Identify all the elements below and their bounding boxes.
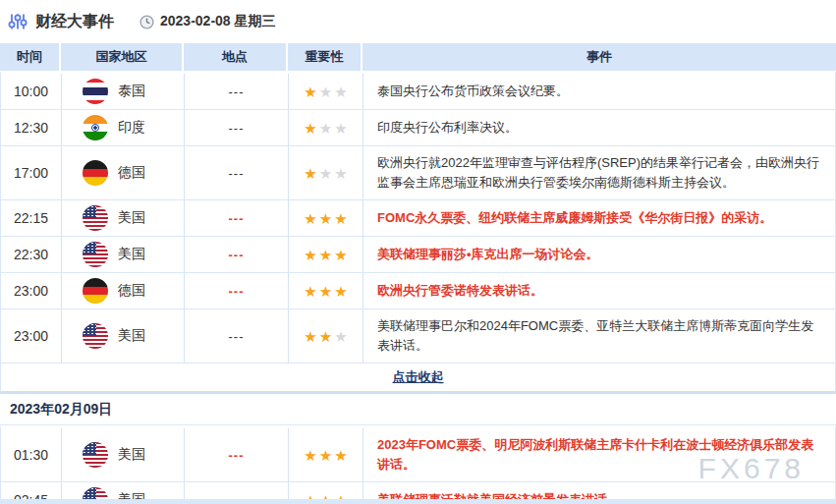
country-name: 德国 — [118, 282, 145, 300]
star-icon: ★ — [304, 329, 316, 344]
star-icon: ★ — [334, 166, 347, 181]
country-cell: 泰国 — [62, 74, 185, 109]
star-icon: ★ — [334, 284, 347, 299]
event-description: 欧洲央行就2022年监理审查与评估程序(SREP)的结果举行记者会，由欧洲央行监… — [363, 146, 835, 199]
star-icon: ★ — [304, 211, 316, 226]
current-date-label: 2023-02-08 星期三 — [160, 13, 276, 30]
importance-stars: ★★★ — [289, 273, 363, 308]
usa-flag-icon — [83, 205, 108, 231]
column-header-event: 事件 — [362, 43, 836, 71]
event-time: 17:00 — [1, 146, 62, 199]
usa-flag-icon — [83, 323, 108, 349]
column-header-time: 时间 — [0, 43, 61, 71]
country-name: 德国 — [118, 164, 145, 182]
table-row: 12:30印度---★★★印度央行公布利率决议。 — [1, 110, 835, 146]
star-icon: ★ — [334, 211, 347, 226]
event-time: 01:30 — [1, 428, 62, 481]
star-icon: ★ — [304, 284, 316, 299]
event-description: 印度央行公布利率决议。 — [363, 110, 835, 145]
title-bar: 财经大事件 2023-02-08 星期三 — [0, 0, 836, 43]
column-header-country: 国家地区 — [61, 43, 184, 71]
event-description: 泰国央行公布货币政策会议纪要。 — [363, 74, 835, 109]
country-cell: 美国 — [62, 200, 185, 236]
table-row: 23:00德国---★★★欧洲央行管委诺特发表讲话。 — [1, 273, 835, 309]
star-icon: ★ — [304, 166, 316, 181]
star-icon: ★ — [334, 329, 347, 344]
star-icon: ★ — [319, 284, 332, 299]
event-location: --- — [185, 309, 289, 363]
country-name: 美国 — [118, 246, 145, 263]
star-icon: ★ — [304, 448, 316, 463]
event-time: 22:30 — [1, 237, 62, 272]
event-location: --- — [185, 110, 289, 145]
next-section-edge — [0, 499, 836, 504]
star-icon: ★ — [304, 248, 316, 262]
table-row: 01:30美国---★★★2023年FOMC票委、明尼阿波利斯联储主席卡什卡利在… — [1, 428, 835, 482]
event-rows-day2: 01:30美国---★★★2023年FOMC票委、明尼阿波利斯联储主席卡什卡利在… — [0, 425, 836, 504]
star-icon: ★ — [304, 84, 316, 99]
country-cell: 美国 — [62, 428, 185, 481]
importance-stars: ★★★ — [289, 428, 363, 481]
star-icon: ★ — [334, 448, 347, 463]
sliders-icon — [8, 12, 28, 31]
importance-stars: ★★★ — [289, 146, 363, 199]
star-icon: ★ — [304, 121, 316, 136]
current-date: 2023-02-08 星期三 — [139, 13, 276, 30]
event-location: --- — [185, 273, 289, 308]
country-cell: 德国 — [62, 273, 185, 308]
importance-stars: ★★★ — [289, 74, 363, 109]
germany-flag-icon — [83, 160, 108, 186]
star-icon: ★ — [334, 121, 347, 136]
star-icon: ★ — [319, 166, 332, 181]
event-time: 23:00 — [1, 309, 62, 363]
event-description: 2023年FOMC票委、明尼阿波利斯联储主席卡什卡利在波士顿经济俱乐部发表讲话。 — [363, 428, 835, 481]
country-name: 美国 — [118, 209, 145, 227]
event-location: --- — [185, 74, 289, 109]
star-icon: ★ — [319, 84, 332, 99]
event-description: 美联储理事丽莎•库克出席一场讨论会。 — [363, 237, 835, 272]
star-icon: ★ — [319, 329, 332, 344]
importance-stars: ★★★ — [289, 237, 363, 272]
country-cell: 美国 — [62, 237, 185, 272]
country-cell: 美国 — [62, 309, 185, 363]
thailand-flag-icon — [83, 79, 108, 104]
country-cell: 印度 — [62, 110, 185, 145]
usa-flag-icon — [83, 242, 108, 267]
country-name: 美国 — [118, 446, 145, 464]
event-time: 22:15 — [1, 200, 62, 236]
table-row: 22:15美国---★★★FOMC永久票委、纽约联储主席威廉姆斯接受《华尔街日报… — [1, 200, 835, 237]
event-location: --- — [185, 428, 289, 481]
table-header: 时间 国家地区 地点 重要性 事件 — [0, 43, 836, 71]
event-rows-day1: 10:00泰国---★★★泰国央行公布货币政策会议纪要。12:30印度---★★… — [0, 71, 836, 364]
usa-flag-icon — [83, 442, 108, 468]
country-name: 美国 — [118, 327, 145, 345]
event-location: --- — [185, 237, 289, 272]
event-time: 23:00 — [1, 273, 62, 308]
importance-stars: ★★★ — [289, 309, 363, 363]
event-location: --- — [185, 200, 289, 236]
germany-flag-icon — [83, 278, 108, 304]
collapse-row: 点击收起 — [0, 364, 836, 394]
country-name: 泰国 — [118, 83, 145, 100]
table-row: 17:00德国---★★★欧洲央行就2022年监理审查与评估程序(SREP)的结… — [1, 146, 835, 200]
table-row: 23:00美国---★★★美联储理事巴尔和2024年FOMC票委、亚特兰大联储主… — [1, 309, 835, 364]
table-row: 22:30美国---★★★美联储理事丽莎•库克出席一场讨论会。 — [1, 237, 835, 273]
date-section-header: 2023年02月09日 — [0, 394, 836, 425]
star-icon: ★ — [319, 121, 332, 136]
star-icon: ★ — [319, 448, 332, 463]
event-description: 欧洲央行管委诺特发表讲话。 — [363, 273, 835, 308]
country-name: 印度 — [118, 119, 145, 137]
event-location: --- — [185, 146, 289, 199]
collapse-link[interactable]: 点击收起 — [393, 368, 444, 386]
table-row: 10:00泰国---★★★泰国央行公布货币政策会议纪要。 — [1, 74, 835, 110]
clock-icon — [139, 15, 154, 29]
star-icon: ★ — [334, 248, 347, 262]
importance-stars: ★★★ — [289, 110, 363, 145]
star-icon: ★ — [334, 84, 347, 99]
importance-stars: ★★★ — [289, 200, 363, 236]
event-time: 10:00 — [1, 74, 62, 109]
event-description: FOMC永久票委、纽约联储主席威廉姆斯接受《华尔街日报》的采访。 — [363, 200, 835, 236]
event-time: 12:30 — [1, 110, 62, 145]
star-icon: ★ — [319, 211, 332, 226]
india-flag-icon — [83, 115, 108, 140]
